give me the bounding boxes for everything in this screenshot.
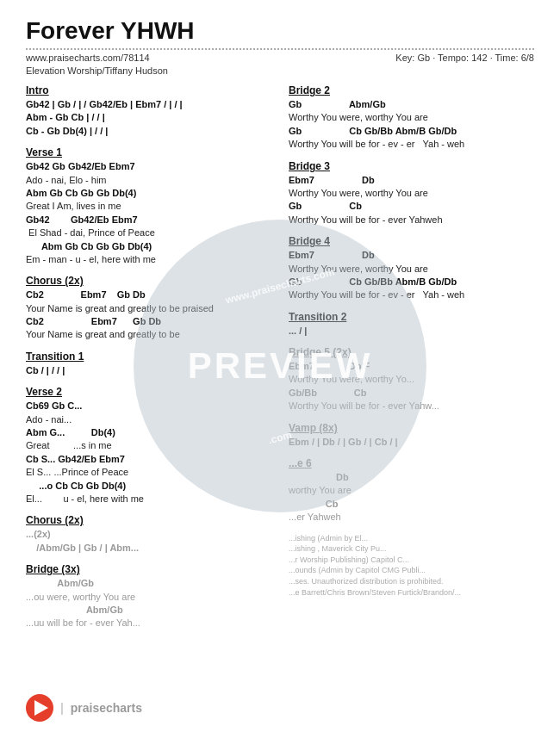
section-bridge5: Bridge 5 (2x) Ebm7 Db/F Worthy You were,… [289,346,534,413]
b6-c2: Cb [289,498,534,511]
vamp-line: Ebm / | Db / | Gb / | Cb / | [289,436,534,449]
section-bridge6: ...e 6 Db worthy You are Cb ...er Yahweh [289,457,534,524]
tempo: Tempo: 142 [438,53,487,63]
ch-l2: Your Name is great and greatly to be [26,328,271,341]
b3x-c2: Abm/Gb [26,604,271,617]
b5-l1: Worthy You were, worthy Yo... [289,373,534,386]
v1-l1: Ado - nai, Elo - him [26,174,271,187]
v1-c3: Gb42 Gb42/Eb Ebm7 [26,214,271,226]
section-verse2: Verse 2 Cb69 Gb C... Ado - nai... Abm G.… [26,386,271,506]
time: Time: 6/8 [495,53,534,63]
section-bridge2: Bridge 2 Gb Abm/Gb Worthy You were, wort… [289,84,534,152]
section-intro: Intro Gb42 | Gb / | / Gb42/Eb | Ebm7 / |… [26,84,271,138]
ch-c2: Cb2 Ebm7 Gb Db [26,315,271,328]
play-button[interactable] [26,694,53,722]
section-transition2: Transition 2 ... / | [289,311,534,338]
b5-c1: Ebm7 Db/F [289,360,534,373]
v2-l4: El... u - el, here with me [26,493,271,506]
b5-l2: Worthy You will be for - ever Yahw... [289,400,534,413]
b3x-l1: ...ou were, worthy You are [26,591,271,604]
ch-c1: Cb2 Ebm7 Gb Db [26,288,271,301]
b3x-l2: ...uu will be for - ever Yah... [26,617,271,630]
bridge3x-title: Bridge (3x) [26,563,271,575]
b6-l2: ...er Yahweh [289,511,534,524]
key-tempo-time: Key: Gb · Tempo: 142 · Time: 6/8 [395,53,534,63]
divider [26,48,534,50]
b3-l2: Worthy You will be for - ever Yahweh [289,214,534,226]
intro-line1: Gb42 | Gb / | / Gb42/Eb | Ebm7 / | / | [26,98,271,111]
chorus-title: Chorus (2x) [26,275,271,287]
author: Elevation Worship/Tiffany Hudson [26,65,534,76]
section-transition1: Transition 1 Cb / | / / | [26,350,271,377]
section-bridge3x: Bridge (3x) Abm/Gb ...ou were, worthy Yo… [26,563,271,630]
bridge3-title: Bridge 3 [289,160,534,172]
b6-c1: Db [289,471,534,484]
v2-c2: Abm G... Db(4) [26,426,271,439]
bridge5-title: Bridge 5 (2x) [289,346,534,358]
vamp-title: Vamp (8x) [289,422,534,434]
v1-l3: El Shad - dai, Prince of Peace [26,226,271,239]
ch-l1: Your Name is great and greatly to be pra… [26,302,271,315]
right-column: Bridge 2 Gb Abm/Gb Worthy You were, wort… [289,84,534,639]
play-icon [34,700,48,716]
section-chorus2: Chorus (2x) ...(2x) /Abm/Gb | Gb / | Abm… [26,514,271,555]
v1-l4: Em - man - u - el, here with me [26,253,271,266]
chorus2-line2: /Abm/Gb | Gb / | Abm... [26,542,271,555]
b4-l2: Worthy You will be for - ev - er Yah - w… [289,288,534,301]
url: www.praisecharts.com/78114 [26,53,150,63]
b3-c1: Ebm7 Db [289,174,534,187]
copyright: ...ishing (Admin by El... ...ishing , Ma… [289,533,534,599]
left-column: Intro Gb42 | Gb / | / Gb42/Eb | Ebm7 / |… [26,84,271,639]
b3-c2: Gb Cb [289,200,534,213]
section-bridge3: Bridge 3 Ebm7 Db Worthy You were, worthy… [289,160,534,227]
bridge6-title: ...e 6 [289,457,534,469]
section-verse1: Verse 1 Gb42 Gb Gb42/Eb Ebm7 Ado - nai, … [26,146,271,266]
trans1-line: Cb / | / / | [26,364,271,377]
b4-l1: Worthy You were, worthy You are [289,263,534,276]
page: Forever YHWH www.praisecharts.com/78114 … [0,0,560,732]
meta-row: www.praisecharts.com/78114 Key: Gb · Tem… [26,53,534,63]
v2-c3: Cb S... Gb42/Eb Ebm7 [26,453,271,466]
brand-text: | praisecharts [60,701,142,715]
brand-label: praisecharts [71,701,142,715]
key: Key: Gb [395,53,430,63]
verse2-title: Verse 2 [26,386,271,398]
intro-line3: Cb - Gb Db(4) | / / | [26,125,271,138]
b5-c2: Gb/Bb Cb [289,387,534,400]
intro-line2: Abm - Gb Cb | / / | [26,111,271,124]
song-title: Forever YHWH [26,17,534,45]
content-columns: Intro Gb42 | Gb / | / Gb42/Eb | Ebm7 / |… [26,84,534,639]
v2-l3: El S... ...Prince of Peace [26,466,271,479]
b2-c1: Gb Abm/Gb [289,98,534,111]
trans2-title: Transition 2 [289,311,534,323]
section-vamp: Vamp (8x) Ebm / | Db / | Gb / | Cb / | [289,422,534,449]
v2-l1: Ado - nai... [26,413,271,426]
v2-c1: Cb69 Gb C... [26,400,271,413]
b2-c2: Gb Cb Gb/Bb Abm/B Gb/Db [289,125,534,138]
trans2-line: ... / | [289,325,534,338]
v1-c1: Gb42 Gb Gb42/Eb Ebm7 [26,160,271,173]
b2-l1: Worthy You were, worthy You are [289,111,534,124]
verse1-title: Verse 1 [26,146,271,158]
b4-c1: Ebm7 Db [289,249,534,262]
trans1-title: Transition 1 [26,350,271,363]
chorus2-line1: ...(2x) [26,528,271,541]
b6-l1: worthy You are [289,484,534,497]
b3x-c1: Abm/Gb [26,577,271,590]
section-chorus: Chorus (2x) Cb2 Ebm7 Gb Db Your Name is … [26,275,271,342]
v1-l2: Great I Am, lives in me [26,200,271,213]
bridge2-title: Bridge 2 [289,84,534,96]
chorus2-title: Chorus (2x) [26,514,271,526]
v1-c2: Abm Gb Cb Gb Gb Db(4) [26,187,271,200]
b4-c2: Gb Cb Gb/Bb Abm/B Gb/Db [289,276,534,288]
v2-l2: Great ...s in me [26,439,271,452]
v2-c4: ...o Cb Cb Gb Db(4) [26,480,271,493]
b3-l1: Worthy You were, worthy You are [289,187,534,200]
intro-title: Intro [26,84,271,96]
bridge4-title: Bridge 4 [289,235,534,247]
b2-l2: Worthy You will be for - ev - er Yah - w… [289,138,534,151]
v1-c4: Abm Gb Cb Gb Gb Db(4) [26,240,271,253]
section-bridge4: Bridge 4 Ebm7 Db Worthy You were, worthy… [289,235,534,302]
